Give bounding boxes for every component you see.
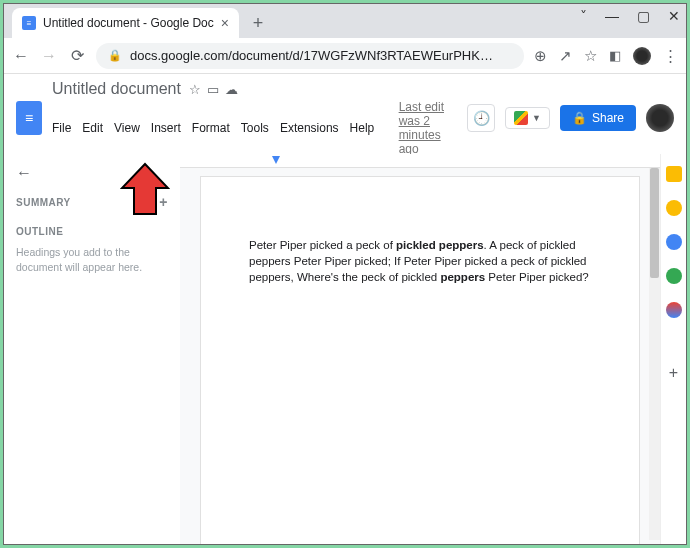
url-text: docs.google.com/document/d/17WGFzWNf3RTA… (130, 48, 493, 63)
document-title[interactable]: Untitled document (52, 80, 181, 98)
maps-icon[interactable] (666, 302, 682, 318)
close-window-icon[interactable]: ✕ (668, 8, 680, 24)
outline-label: OUTLINE (16, 226, 168, 237)
account-avatar[interactable] (646, 104, 674, 132)
profile-avatar-icon[interactable] (633, 47, 651, 65)
cloud-saved-icon: ☁ (225, 82, 238, 97)
window-controls: ˅ — ▢ ✕ (580, 8, 680, 24)
keep-icon[interactable] (666, 200, 682, 216)
outline-hint: Headings you add to the document will ap… (16, 245, 168, 274)
summary-label: SUMMARY (16, 197, 71, 208)
menu-help[interactable]: Help (350, 121, 375, 135)
tasks-icon[interactable] (666, 234, 682, 250)
extensions-icon[interactable]: ◧ (609, 48, 621, 63)
move-icon[interactable]: ▭ (207, 82, 219, 97)
last-edit-link[interactable]: Last edit was 2 minutes ago (399, 100, 457, 156)
share-url-icon[interactable]: ↗ (559, 47, 572, 65)
browser-tab[interactable]: ≡ Untitled document - Google Doc × (12, 8, 239, 38)
scroll-thumb[interactable] (650, 168, 659, 278)
browser-tabstrip: ≡ Untitled document - Google Doc × + ˅ —… (4, 4, 686, 38)
menubar: File Edit View Insert Format Tools Exten… (52, 100, 457, 156)
docs-logo-icon[interactable]: ≡ (16, 101, 42, 135)
document-page[interactable]: Peter Piper picked a peck of pickled pep… (200, 176, 640, 544)
horizontal-ruler[interactable] (180, 154, 660, 168)
new-tab-button[interactable]: + (245, 10, 271, 36)
menu-tools[interactable]: Tools (241, 121, 269, 135)
meet-button[interactable]: ▼ (505, 107, 550, 129)
docs-favicon: ≡ (22, 16, 36, 30)
add-summary-icon[interactable]: + (159, 194, 168, 210)
zoom-icon[interactable]: ⊕ (534, 47, 547, 65)
add-addon-icon[interactable]: + (669, 364, 678, 382)
lock-icon: 🔒 (108, 49, 122, 62)
bookmark-icon[interactable]: ☆ (584, 47, 597, 65)
kebab-menu-icon[interactable]: ⋮ (663, 47, 678, 65)
star-icon[interactable]: ☆ (189, 82, 201, 97)
document-body[interactable]: Peter Piper picked a peck of pickled pep… (249, 237, 591, 285)
version-history-icon[interactable]: 🕘 (467, 104, 495, 132)
outline-back-icon[interactable]: ← (16, 164, 168, 182)
menu-format[interactable]: Format (192, 121, 230, 135)
menu-file[interactable]: File (52, 121, 71, 135)
back-icon[interactable]: ← (12, 47, 30, 65)
document-area[interactable]: Peter Piper picked a peck of pickled pep… (180, 154, 660, 544)
side-panel: + (660, 154, 686, 544)
lock-icon: 🔒 (572, 111, 587, 125)
minimize-icon[interactable]: — (605, 8, 619, 24)
meet-icon (514, 111, 528, 125)
outline-panel: ← SUMMARY + OUTLINE Headings you add to … (4, 154, 180, 544)
google-docs-app: ≡ Untitled document ☆ ▭ ☁ File Edit View (4, 74, 686, 544)
menu-edit[interactable]: Edit (82, 121, 103, 135)
chevron-down-icon[interactable]: ˅ (580, 8, 587, 24)
menu-insert[interactable]: Insert (151, 121, 181, 135)
omnibox[interactable]: 🔒 docs.google.com/document/d/17WGFzWNf3R… (96, 43, 524, 69)
calendar-icon[interactable] (666, 166, 682, 182)
browser-address-bar: ← → ⟳ 🔒 docs.google.com/document/d/17WGF… (4, 38, 686, 74)
maximize-icon[interactable]: ▢ (637, 8, 650, 24)
menu-view[interactable]: View (114, 121, 140, 135)
menu-extensions[interactable]: Extensions (280, 121, 339, 135)
contacts-icon[interactable] (666, 268, 682, 284)
share-button[interactable]: 🔒Share (560, 105, 636, 131)
forward-icon: → (40, 47, 58, 65)
tab-title: Untitled document - Google Doc (43, 16, 214, 30)
reload-icon[interactable]: ⟳ (68, 46, 86, 65)
close-icon[interactable]: × (221, 15, 229, 31)
vertical-scrollbar[interactable] (649, 168, 660, 540)
